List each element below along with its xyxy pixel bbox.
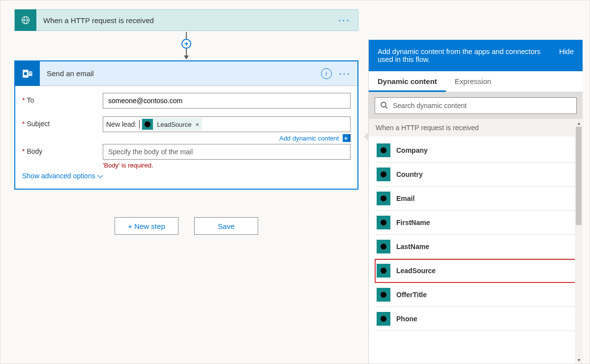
dynamic-item-firstname[interactable]: FirstName [375,211,577,235]
dynamic-item-company[interactable]: Company [375,139,577,163]
trigger-menu-button[interactable]: ··· [338,18,350,23]
dynamic-item-leadsource[interactable]: LeadSource [375,259,577,283]
svg-point-4 [24,72,28,75]
tab-dynamic-content[interactable]: Dynamic content [369,71,446,92]
dynamic-item-label: Email [396,195,414,202]
svg-point-9 [381,102,386,107]
send-email-title: Send an email [47,69,321,78]
remove-token-icon[interactable]: × [195,121,199,128]
svg-point-15 [382,171,384,177]
dynamic-item-label: LastName [396,243,429,251]
panel-callout-arrow [364,132,369,141]
trigger-card[interactable]: When a HTTP request is received ··· [14,9,358,31]
subject-input[interactable]: New lead: LeadSource × [103,116,351,132]
svg-point-33 [382,316,384,322]
subject-field-row: *Subject New lead: LeadSource [22,116,351,142]
panel-header-text: Add dynamic content from the apps and co… [378,48,551,63]
scrollbar-thumb[interactable] [576,127,582,225]
hide-panel-button[interactable]: Hide [559,48,574,56]
dynamic-item-label: Phone [396,315,417,323]
http-item-icon [377,264,390,278]
svg-point-12 [382,147,384,153]
panel-header: Add dynamic content from the apps and co… [369,40,583,71]
svg-point-30 [382,292,384,298]
http-trigger-icon [15,9,36,31]
svg-line-10 [385,107,387,109]
dynamic-content-panel: Add dynamic content from the apps and co… [368,40,583,364]
dynamic-item-label: FirstName [396,219,430,226]
body-validation-error: 'Body' is required. [103,162,351,169]
plus-icon: + [343,134,351,142]
svg-point-7 [147,121,149,127]
subject-label: *Subject [22,116,103,128]
dynamic-item-offertitle[interactable]: OfferTitle [375,283,577,307]
chevron-down-icon [97,172,103,178]
scroll-up-icon[interactable]: ▴ [575,119,583,127]
outlook-icon [15,61,40,86]
insert-step-button[interactable]: + [181,39,191,49]
http-item-icon [377,168,390,181]
http-item-icon [377,312,390,326]
body-label: *Body [22,144,103,155]
scrollbar[interactable]: ▴ ▾ [575,119,583,364]
svg-point-18 [382,196,384,201]
body-field-row: *Body 'Body' is required. [22,144,351,169]
body-input[interactable] [103,144,351,160]
send-email-card: Send an email i ··· *To *Subject [14,60,358,190]
send-email-header[interactable]: Send an email i ··· [15,61,357,86]
connector-arrow: + [14,32,358,59]
tab-expression[interactable]: Expression [446,71,500,92]
dynamic-item-label: LeadSource [396,267,436,275]
scroll-down-icon[interactable]: ▾ [575,356,583,364]
show-advanced-options-link[interactable]: Show advanced options [22,172,102,180]
flow-canvas: When a HTTP request is received ··· + Se… [14,9,358,235]
panel-scroll-area: When a HTTP request is received CompanyC… [369,119,583,364]
dynamic-item-label: Company [396,146,428,154]
search-box[interactable] [375,97,577,114]
dynamic-item-lastname[interactable]: LastName [375,235,577,259]
to-field-row: *To [22,93,351,109]
add-dynamic-content-link[interactable]: Add dynamic content + [103,134,351,142]
dynamic-item-phone[interactable]: Phone [375,307,577,331]
dynamic-item-country[interactable]: Country [375,163,577,187]
to-input[interactable] [103,93,351,109]
http-item-icon [377,216,390,229]
svg-point-24 [382,244,384,250]
dynamic-item-label: OfferTitle [396,291,427,299]
trigger-title: When a HTTP request is received [43,16,338,25]
to-label: *To [22,93,103,104]
http-item-icon [377,288,390,302]
http-item-icon [377,143,390,157]
dynamic-content-list: CompanyCountryEmailFirstNameLastNameLead… [369,137,583,341]
email-menu-button[interactable]: ··· [339,71,351,76]
subject-token-leadsource[interactable]: LeadSource × [141,118,202,131]
http-item-icon [377,192,390,205]
http-item-icon [377,240,390,253]
bottom-button-row: + New step Save [14,217,358,235]
svg-point-27 [382,268,384,274]
new-step-button[interactable]: + New step [115,217,178,235]
save-button[interactable]: Save [194,217,258,235]
dynamic-item-email[interactable]: Email [375,187,577,211]
svg-point-21 [382,220,384,225]
http-token-icon [142,119,153,130]
dynamic-group-title: When a HTTP request is received [369,119,583,137]
dynamic-item-label: Country [396,170,423,178]
panel-tabs: Dynamic content Expression [369,71,583,92]
info-icon[interactable]: i [321,68,332,79]
search-row [369,92,583,119]
search-icon [380,101,388,111]
search-input[interactable] [392,101,571,110]
